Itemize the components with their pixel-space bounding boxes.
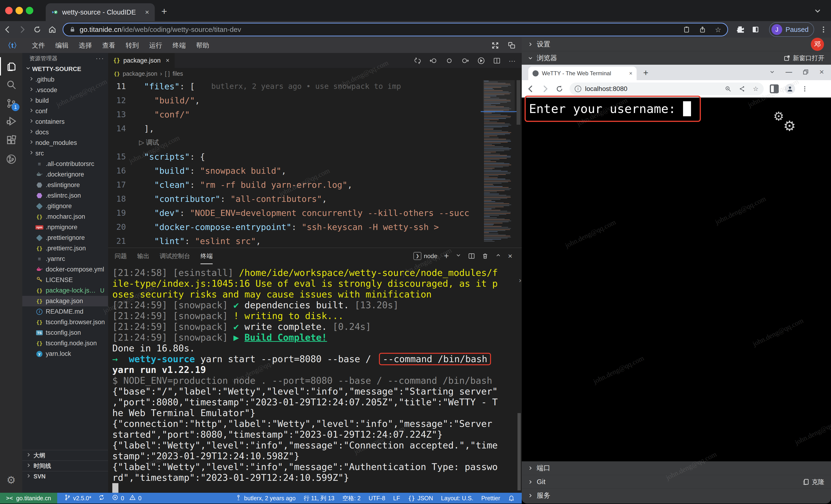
menu-selection[interactable]: 选择 (74, 41, 97, 50)
tree-file-yarn-lock[interactable]: yyarn.lock (22, 349, 108, 359)
home-icon[interactable] (45, 25, 60, 34)
terminal-shell-selector[interactable]: ❯node (413, 252, 437, 260)
tab-close-icon[interactable]: × (145, 8, 149, 16)
url-bar[interactable]: go.titanide.cn/ide/web/coding/wetty-sour… (63, 23, 728, 36)
section-settings[interactable]: 设置 邓 (522, 37, 831, 51)
branch-indicator[interactable]: v2.5.0* (64, 494, 91, 502)
cursor-position[interactable]: 行 11, 列 13 (304, 494, 335, 502)
wetty-settings-gear-icon[interactable]: ⚙ (773, 109, 784, 123)
wetty-settings-gear-icon[interactable]: ⚙ (783, 118, 796, 134)
language-mode[interactable]: {}JSON (408, 495, 433, 502)
panel-tab-output[interactable]: 输出 (137, 252, 149, 260)
run-code-icon[interactable] (477, 57, 485, 65)
menu-file[interactable]: 文件 (27, 41, 50, 50)
wetty-profile-icon[interactable] (785, 84, 795, 94)
panel-tab-debug-console[interactable]: 调试控制台 (160, 252, 190, 260)
formatter[interactable]: Prettier (481, 495, 500, 502)
wetty-back-icon[interactable] (526, 85, 535, 93)
tree-file-LICENSE[interactable]: LICENSE (22, 275, 108, 285)
remote-explorer-icon[interactable] (0, 150, 22, 168)
menu-view[interactable]: 查看 (97, 41, 120, 50)
wetty-new-tab-icon[interactable]: + (643, 68, 648, 78)
profile-button[interactable]: J Paused (769, 22, 814, 37)
site-info-icon[interactable]: i (575, 86, 581, 92)
wetty-share-icon[interactable] (739, 86, 745, 92)
wetty-terminal[interactable]: Enter your username: ⚙ ⚙ (522, 97, 831, 461)
tree-file--prettierrc-json[interactable]: {}.prettierrc.json (22, 243, 108, 254)
run-debug-icon[interactable] (0, 112, 22, 130)
wetty-restore-icon[interactable] (802, 69, 809, 75)
forward-icon[interactable] (15, 25, 30, 34)
sync-indicator[interactable] (98, 494, 105, 502)
panel-expand-icon[interactable]: › (519, 276, 521, 284)
wetty-side-panel-icon[interactable] (770, 84, 779, 93)
extensions-icon[interactable] (0, 131, 22, 150)
share-icon[interactable] (699, 26, 706, 33)
breadcrumb-file[interactable]: package.json (123, 70, 157, 77)
wetty-url-bar[interactable]: i localhost:8080 ☆ (570, 83, 764, 95)
split-terminal-icon[interactable] (468, 253, 475, 260)
wetty-tab[interactable]: WeTTY - The Web Terminal × (528, 66, 637, 80)
back-icon[interactable] (0, 25, 15, 34)
minimap-slider[interactable] (483, 80, 515, 113)
tree-file--yarnrc[interactable]: ≡.yarnrc (22, 254, 108, 264)
wetty-tab-close-icon[interactable]: × (629, 70, 632, 77)
panel-tab-problems[interactable]: 问题 (115, 252, 127, 260)
wetty-zoom-icon[interactable] (725, 86, 732, 92)
code-area[interactable]: 11 "files": [butlerx, 2 years ago • use … (108, 79, 522, 247)
wetty-forward-icon[interactable] (541, 85, 549, 93)
reload-icon[interactable] (30, 25, 45, 34)
editor-tab-package-json[interactable]: {} package.json × (108, 53, 175, 68)
tree-file--prettierignore[interactable]: .prettierignore (22, 233, 108, 243)
tree-file-tsconfig-browser-json[interactable]: {}tsconfig.browser.json (22, 317, 108, 327)
tree-file--eslintignore[interactable]: .eslintignore (22, 180, 108, 190)
sidebar-section-1[interactable]: 时间线 (22, 461, 108, 471)
menu-help[interactable]: 帮助 (191, 41, 214, 50)
keyboard-layout[interactable]: Layout: U.S. (441, 495, 474, 502)
browser-tab[interactable]: wetty-source - CloudIDE × (46, 3, 155, 21)
tree-file-package-lock-js-[interactable]: {}package-lock.js…U (22, 285, 108, 296)
editor-tab-close-icon[interactable]: × (166, 57, 170, 64)
maximize-panel-icon[interactable] (495, 252, 501, 260)
tree-folder-containers[interactable]: containers (22, 117, 108, 127)
panel-tab-terminal[interactable]: 终端 (200, 252, 213, 264)
wetty-minimize-icon[interactable]: — (785, 68, 792, 76)
nav-forward-icon[interactable] (461, 57, 469, 65)
bookmark-star-icon[interactable]: ☆ (715, 26, 721, 34)
breadcrumb-node[interactable]: files (173, 70, 183, 77)
tree-folder-node-modules[interactable]: node_modules (22, 138, 108, 148)
menu-run[interactable]: 运行 (144, 41, 167, 50)
codelens[interactable]: ▷ 调试 (108, 136, 522, 150)
section-services[interactable]: 服务 (522, 488, 831, 502)
notifications-bell-icon[interactable] (508, 495, 515, 501)
tree-file-docker-compose-yml[interactable]: docker-compose.yml (22, 264, 108, 275)
tree-folder-src[interactable]: src (22, 148, 108, 159)
terminal-dropdown-icon[interactable] (455, 252, 461, 260)
sidebar-section-0[interactable]: 大纲 (22, 450, 108, 461)
search-icon[interactable] (0, 76, 22, 94)
tree-folder-conf[interactable]: conf (22, 106, 108, 117)
editor-scrollbar[interactable] (517, 80, 520, 125)
nav-back-icon[interactable] (429, 57, 437, 65)
tree-file--eslintrc-json[interactable]: .eslintrc.json (22, 190, 108, 201)
window-zoom-button[interactable] (26, 7, 33, 14)
tree-file-tsconfig-node-json[interactable]: {}tsconfig.node.json (22, 338, 108, 349)
split-editor-icon[interactable] (493, 57, 500, 64)
tree-file--npmignore[interactable]: npm.npmignore (22, 222, 108, 233)
problems-indicator[interactable]: 0 0 (112, 494, 141, 502)
section-ports[interactable]: 端口 (522, 461, 831, 475)
tree-folder--vscode[interactable]: .vscode (22, 85, 108, 95)
tree-file-tsconfig-json[interactable]: TStsconfig.json (22, 327, 108, 338)
open-changes-icon[interactable] (414, 57, 421, 64)
remote-indicator[interactable]: >< go.titanide.cn (0, 493, 57, 504)
blame-indicator[interactable]: butlerx, 2 years ago (235, 494, 296, 502)
save-page-icon[interactable] (683, 26, 690, 33)
extensions-puzzle-icon[interactable] (733, 25, 748, 34)
tab-search-icon[interactable] (814, 7, 822, 15)
window-minimize-button[interactable] (16, 7, 23, 14)
tree-file--gitignore[interactable]: .gitignore (22, 201, 108, 211)
breadcrumb[interactable]: {} package.json › [ ] files (108, 68, 522, 79)
sidebar-section-2[interactable]: SVN (22, 471, 108, 481)
explorer-more-icon[interactable]: ··· (96, 55, 104, 62)
manage-gear-icon[interactable]: ⚙ (0, 471, 22, 489)
